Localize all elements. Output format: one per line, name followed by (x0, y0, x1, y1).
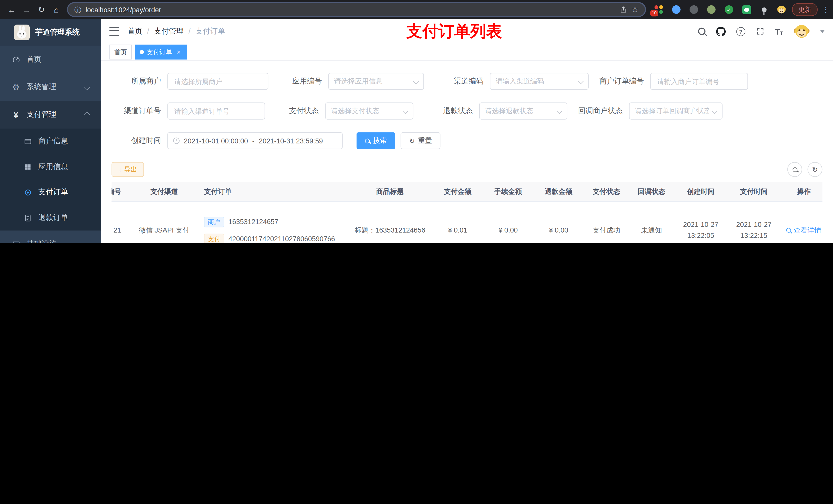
extension-check-icon[interactable]: ✓ (723, 4, 734, 15)
filter-label: 渠道订单号 (112, 106, 168, 116)
date-end-value[interactable]: 2021-10-31 23:59:59 (259, 137, 323, 145)
pay-status-select[interactable]: 请选择支付状态 (325, 102, 413, 119)
hamburger-icon[interactable] (110, 27, 119, 36)
search-icon (786, 228, 791, 233)
cell-notify-status: 未通知 (629, 202, 674, 243)
app-logo: 芋道管理系统 (0, 19, 101, 46)
target-icon (23, 188, 32, 196)
date-start-value[interactable]: 2021-10-01 00:00:00 (184, 137, 248, 145)
fullscreen-icon[interactable] (756, 27, 764, 35)
column-header: 编号 (112, 182, 130, 201)
tab-label: 首页 (114, 48, 127, 56)
tab-pay-order[interactable]: 支付订单 (135, 45, 187, 59)
extension-gray-icon[interactable] (689, 4, 699, 15)
close-icon[interactable] (175, 48, 182, 56)
home-icon: ⌂ (54, 5, 59, 14)
url-text[interactable]: localhost:1024/pay/order (86, 6, 615, 14)
search-icon[interactable] (698, 28, 706, 35)
sidebar-item-refund-order[interactable]: 退款订单 (0, 205, 101, 231)
filter-notify-status: 回调商户状态 请选择订单回调商户状态 (574, 102, 722, 119)
topbar-actions: ? TT (698, 23, 825, 39)
cell-channel: 微信 JSAPI 支付 (129, 202, 199, 243)
refresh-icon: ↻ (409, 137, 415, 144)
merchant-order-no: 1635312124657 (229, 218, 279, 225)
breadcrumb-payment[interactable]: 支付管理 (142, 27, 184, 36)
extension-blue-icon[interactable] (671, 4, 681, 15)
merchant-order-no-input[interactable] (650, 73, 748, 90)
credit-card-icon (23, 137, 32, 145)
reload-button[interactable]: ↻ (34, 2, 49, 17)
app-select[interactable]: 请选择应用信息 (328, 73, 424, 90)
clock-icon (173, 138, 180, 144)
sidebar-item-pay-order[interactable]: 支付订单 (0, 179, 101, 205)
address-bar[interactable]: ⓘ localhost:1024/pay/order ☆ (67, 2, 646, 17)
select-placeholder: 请选择支付状态 (331, 106, 379, 116)
chevron-up-icon (84, 112, 90, 118)
chevron-down-icon (578, 78, 584, 84)
notify-status-select[interactable]: 请选择订单回调商户状态 (629, 102, 722, 119)
breadcrumb-home[interactable]: 首页 (127, 27, 142, 36)
filter-label: 支付状态 (271, 106, 325, 116)
filter-label: 渠道编码 (430, 77, 490, 86)
browser-update-button[interactable]: 更新 (792, 3, 818, 16)
profile-avatar-icon[interactable] (776, 4, 787, 15)
search-button[interactable]: 搜索 (357, 132, 395, 149)
extension-wechat-icon[interactable] (741, 4, 752, 15)
forward-button[interactable]: → (19, 2, 34, 17)
sidebar-item-app-info[interactable]: 应用信息 (0, 154, 101, 179)
filter-app: 应用编号 请选择应用信息 (275, 73, 424, 90)
topbar: 首页 支付管理 支付订单 支付订单列表 ? TT (101, 19, 833, 44)
sidebar-item-label: 系统管理 (27, 82, 56, 92)
sidebar-item-label: 商户信息 (38, 137, 68, 146)
sidebar-item-infrastructure[interactable]: 基础设施 (0, 231, 101, 243)
bookmark-star-icon[interactable]: ☆ (632, 5, 639, 14)
sidebar-item-label: 支付订单 (38, 188, 68, 197)
refresh-table-button[interactable]: ↻ (807, 162, 822, 177)
sidebar-item-label: 应用信息 (38, 162, 68, 172)
browser-menu-icon[interactable]: ⋮ (822, 5, 830, 14)
view-detail-link[interactable]: 查看详情 (786, 225, 822, 235)
home-button[interactable]: ⌂ (49, 2, 64, 17)
user-avatar[interactable] (794, 23, 810, 39)
search-icon (365, 138, 370, 143)
tab-home[interactable]: 首页 (110, 45, 132, 59)
sidebar-item-system[interactable]: ⚙ 系统管理 (0, 73, 101, 101)
channel-code-select[interactable]: 请输入渠道编码 (490, 73, 589, 90)
olive-circle-icon (707, 5, 715, 14)
sidebar-item-merchant-info[interactable]: 商户信息 (0, 128, 101, 154)
view-detail-label: 查看详情 (794, 225, 822, 235)
filter-merchant: 所属商户 (112, 73, 268, 90)
filter-row-1: 所属商户 应用编号 请选择应用信息 渠道编码 请输入渠道编码 (112, 73, 823, 90)
check-icon: ✓ (724, 5, 733, 14)
merchant-input[interactable] (167, 73, 268, 90)
refund-status-select[interactable]: 请选择退款状态 (479, 102, 567, 119)
column-header: 商品标题 (347, 182, 432, 201)
extensions-pin-icon[interactable] (759, 4, 769, 15)
font-size-icon[interactable]: TT (775, 27, 783, 36)
refresh-icon: ↻ (812, 166, 818, 173)
table-body: 21 微信 JSAPI 支付 商户 1635312124657 支付 42000… (112, 202, 823, 243)
sidebar-item-home[interactable]: 首页 (0, 46, 101, 73)
yen-icon: ¥ (12, 111, 20, 119)
toggle-search-button[interactable] (787, 162, 802, 177)
chevron-down-icon[interactable] (820, 30, 825, 32)
sidebar-item-payment[interactable]: ¥ 支付管理 (0, 101, 101, 128)
reset-button[interactable]: ↻ 重置 (401, 132, 440, 149)
sidebar-item-label: 退款订单 (38, 213, 68, 222)
extension-olive-icon[interactable] (706, 4, 716, 15)
create-time-range-picker[interactable]: 2021-10-01 00:00:00 - 2021-10-31 23:59:5… (167, 132, 342, 149)
help-icon[interactable]: ? (736, 27, 745, 36)
channel-order-no-input[interactable] (167, 102, 265, 119)
github-icon[interactable] (716, 27, 725, 36)
document-icon (23, 214, 32, 222)
back-button[interactable]: ← (4, 2, 19, 17)
chat-bubble-icon (742, 5, 751, 14)
filter-label: 所属商户 (112, 77, 168, 86)
filter-label: 回调商户状态 (574, 106, 629, 116)
site-info-icon[interactable]: ⓘ (74, 6, 81, 13)
export-button[interactable]: ↓ 导出 (112, 162, 144, 177)
reset-button-label: 重置 (418, 136, 432, 145)
extension-palette-icon[interactable]: 10 (653, 4, 664, 15)
share-icon[interactable] (619, 6, 627, 14)
column-header: 创建时间 (674, 182, 727, 201)
